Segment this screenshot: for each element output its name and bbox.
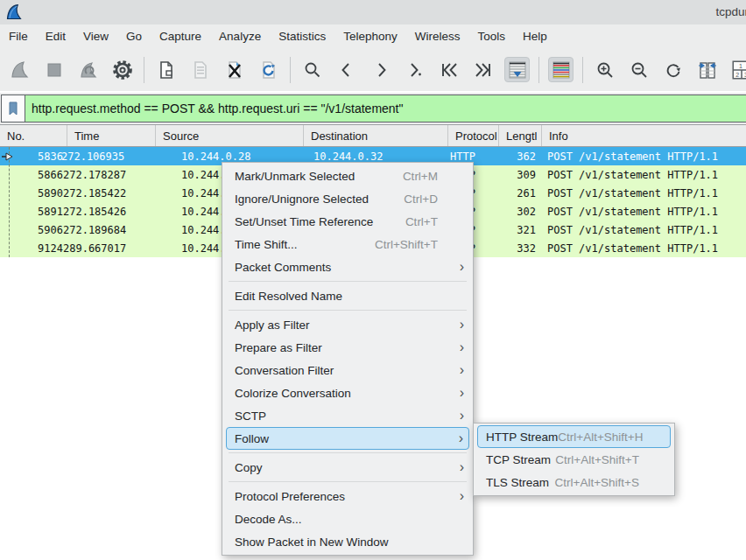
column-header-no[interactable]: No. (0, 125, 67, 146)
zoom-out-button[interactable] (626, 57, 651, 82)
layout-icon: 1 2 3 (730, 59, 746, 81)
menu-edit[interactable]: Edit (37, 24, 74, 48)
submenu-arrow-icon (450, 460, 464, 474)
resize-columns-button[interactable] (694, 57, 720, 82)
submenu-item-http-stream[interactable]: HTTP Stream Ctrl+Alt+Shift+H (477, 425, 671, 448)
menu-item-shortcut: Ctrl+Shift+T (375, 238, 438, 251)
menu-item-colorize-conversation[interactable]: Colorize Conversation (222, 382, 473, 404)
column-header-destination[interactable]: Destination (304, 125, 448, 146)
menu-view[interactable]: View (74, 24, 117, 48)
menu-item-ignore-unignore[interactable]: Ignore/Unignore Selected Ctrl+D (222, 187, 473, 210)
find-packet-button[interactable] (299, 57, 325, 82)
capture-restart-button[interactable] (75, 57, 101, 82)
go-to-packet-button[interactable] (402, 57, 427, 82)
zoom-in-button[interactable] (592, 57, 617, 82)
zoom-out-icon (629, 60, 650, 80)
filter-bookmark-button[interactable] (2, 95, 25, 122)
menu-item-copy[interactable]: Copy (222, 456, 473, 479)
capture-options-button[interactable] (109, 57, 135, 82)
submenu-arrow-icon (450, 489, 464, 503)
menu-item-label: Edit Resolved Name (235, 290, 450, 303)
submenu-arrow-icon (449, 431, 463, 445)
menu-item-decode-as[interactable]: Decode As... (222, 508, 473, 530)
menu-item-prepare-as-filter[interactable]: Prepare as Filter (222, 336, 473, 359)
submenu-arrow-icon (450, 363, 464, 377)
menu-analyze[interactable]: Analyze (210, 24, 270, 48)
menu-separator (222, 278, 473, 284)
go-last-icon (473, 60, 494, 80)
menu-item-shortcut: Ctrl+Alt+Shift+S (555, 476, 639, 489)
packet-context-menu: Mark/Unmark Selected Ctrl+M Ignore/Unign… (222, 162, 474, 556)
layout-button[interactable]: 1 2 3 (728, 57, 746, 82)
file-close-button[interactable] (222, 57, 247, 82)
menu-item-protocol-preferences[interactable]: Protocol Preferences (222, 485, 473, 508)
resize-columns-icon (697, 60, 718, 80)
column-header-source[interactable]: Source (156, 125, 304, 146)
menu-item-edit-resolved-name[interactable]: Edit Resolved Name (222, 284, 473, 307)
file-reload-button[interactable] (256, 57, 281, 82)
cell-source: 10.244.0.28 (164, 150, 310, 163)
menu-item-sctp[interactable]: SCTP (222, 404, 473, 427)
menu-capture[interactable]: Capture (151, 24, 210, 48)
column-header-time[interactable]: Time (67, 125, 156, 146)
column-header-length[interactable]: Lengtl (499, 125, 542, 146)
menu-item-label: Mark/Unmark Selected (235, 170, 403, 183)
capture-stop-icon (44, 60, 65, 80)
go-first-icon (439, 60, 460, 80)
cell-info: POST /v1/statement HTTP/1.1 (536, 206, 746, 218)
menu-item-label: TCP Stream (486, 453, 555, 466)
submenu-item-tls-stream[interactable]: TLS Stream Ctrl+Alt+Shift+S (474, 471, 674, 494)
menu-item-apply-as-filter[interactable]: Apply as Filter (222, 313, 473, 336)
menu-item-time-shift[interactable]: Time Shift... Ctrl+Shift+T (222, 233, 473, 256)
menu-item-shortcut: Ctrl+M (403, 170, 438, 183)
submenu-arrow-icon (450, 409, 464, 423)
toolbar-separator (538, 57, 539, 83)
zoom-reset-button[interactable] (660, 57, 686, 82)
auto-scroll-toggle-button[interactable] (504, 57, 530, 82)
menu-file[interactable]: File (0, 24, 37, 48)
menu-item-mark-unmark[interactable]: Mark/Unmark Selected Ctrl+M (222, 164, 473, 187)
menu-wireless[interactable]: Wireless (406, 24, 469, 48)
submenu-item-tcp-stream[interactable]: TCP Stream Ctrl+Alt+Shift+T (474, 448, 674, 471)
menu-item-conversation-filter[interactable]: Conversation Filter (222, 359, 473, 382)
display-filter-input[interactable]: http.request.method == POST && http.requ… (25, 95, 746, 122)
menu-item-label: TLS Stream (486, 476, 555, 489)
capture-stop-button[interactable] (41, 57, 67, 82)
related-packets-dashline (9, 147, 10, 257)
menu-go[interactable]: Go (117, 24, 151, 48)
cell-info: POST /v1/statement HTTP/1.1 (536, 224, 746, 236)
column-header-protocol[interactable]: Protocol (448, 125, 499, 146)
column-header-info[interactable]: Info (542, 125, 746, 146)
menu-bar: File Edit View Go Capture Analyze Statis… (0, 24, 746, 48)
menu-item-label: Time Shift... (235, 238, 375, 251)
menu-statistics[interactable]: Statistics (270, 24, 334, 48)
cell-time: 272.185426 (63, 206, 164, 218)
cell-length: 321 (504, 224, 536, 236)
menu-item-follow[interactable]: Follow (226, 427, 469, 450)
svg-text:2: 2 (735, 71, 739, 77)
go-forward-button[interactable] (368, 57, 393, 82)
svg-text:1: 1 (738, 62, 742, 68)
display-filter-field[interactable]: http.request.method == POST && http.requ… (1, 94, 746, 122)
go-last-button[interactable] (470, 57, 496, 82)
cell-length: 302 (504, 206, 536, 218)
capture-start-button[interactable] (7, 57, 32, 82)
menu-item-shortcut: Ctrl+D (404, 192, 438, 206)
menu-item-time-reference[interactable]: Set/Unset Time Reference Ctrl+T (222, 210, 473, 233)
menu-tools[interactable]: Tools (468, 24, 514, 48)
menu-item-shortcut: Ctrl+Alt+Shift+T (555, 453, 639, 466)
menu-telephony[interactable]: Telephony (334, 24, 406, 48)
toolbar-separator (290, 57, 291, 83)
go-first-button[interactable] (436, 57, 461, 82)
menu-item-packet-comments[interactable]: Packet Comments (222, 256, 473, 278)
file-open-button[interactable] (153, 57, 179, 82)
wireshark-window: tcpdur File Edit View Go Capture Analyze… (0, 0, 746, 560)
go-back-button[interactable] (334, 57, 359, 82)
menu-help[interactable]: Help (514, 24, 556, 48)
file-save-button[interactable] (187, 57, 213, 82)
colorize-toggle-button[interactable] (548, 57, 574, 82)
menu-item-show-packet-new-window[interactable]: Show Packet in New Window (222, 530, 473, 553)
bookmark-icon (7, 102, 19, 116)
cell-length: 332 (504, 242, 536, 255)
menu-item-label: Decode As... (235, 513, 450, 526)
